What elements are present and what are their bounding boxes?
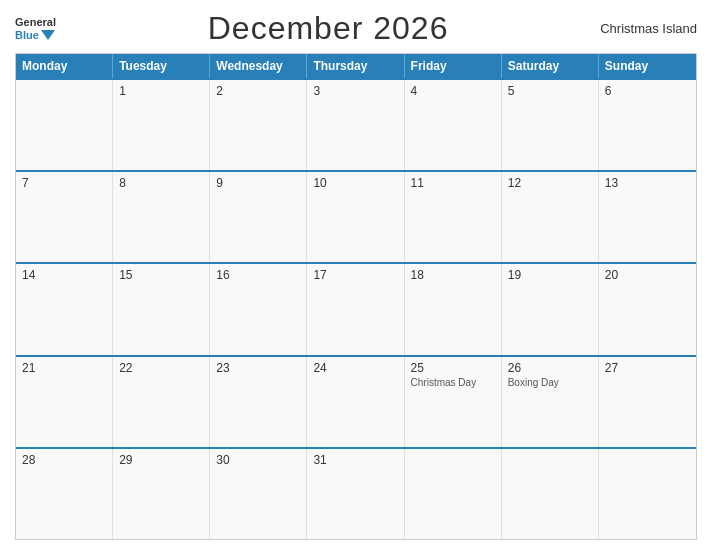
- region-label: Christmas Island: [600, 21, 697, 36]
- cal-cell-w4d4: 24: [307, 357, 404, 447]
- cal-cell-w3d6: 19: [502, 264, 599, 354]
- cal-cell-w5d7: [599, 449, 696, 539]
- cal-cell-w4d3: 23: [210, 357, 307, 447]
- cal-cell-w1d4: 3: [307, 80, 404, 170]
- cal-cell-w2d1: 7: [16, 172, 113, 262]
- cal-cell-w4d2: 22: [113, 357, 210, 447]
- cal-cell-w3d4: 17: [307, 264, 404, 354]
- cal-cell-w1d1: [16, 80, 113, 170]
- cal-cell-w3d1: 14: [16, 264, 113, 354]
- week-row-2: 7 8 9 10 11 12 13: [16, 170, 696, 262]
- calendar-page: General Blue December 2026 Christmas Isl…: [0, 0, 712, 550]
- cal-cell-w5d1: 28: [16, 449, 113, 539]
- calendar-header: Monday Tuesday Wednesday Thursday Friday…: [16, 54, 696, 78]
- cal-cell-w5d6: [502, 449, 599, 539]
- logo: General Blue: [15, 16, 56, 40]
- cal-cell-w4d7: 27: [599, 357, 696, 447]
- svg-marker-0: [41, 30, 55, 40]
- cal-cell-w3d3: 16: [210, 264, 307, 354]
- cal-cell-w1d2: 1: [113, 80, 210, 170]
- week-row-4: 21 22 23 24 25 Christmas Day 26 Boxing D…: [16, 355, 696, 447]
- header-wednesday: Wednesday: [210, 54, 307, 78]
- cal-cell-w1d5: 4: [405, 80, 502, 170]
- week-row-3: 14 15 16 17 18 19 20: [16, 262, 696, 354]
- header-tuesday: Tuesday: [113, 54, 210, 78]
- header: General Blue December 2026 Christmas Isl…: [15, 10, 697, 47]
- cal-cell-w2d5: 11: [405, 172, 502, 262]
- cal-cell-w5d4: 31: [307, 449, 404, 539]
- cal-cell-w5d2: 29: [113, 449, 210, 539]
- cal-cell-w2d2: 8: [113, 172, 210, 262]
- logo-triangle-icon: [41, 30, 55, 40]
- cal-cell-w1d6: 5: [502, 80, 599, 170]
- cal-cell-w2d4: 10: [307, 172, 404, 262]
- cal-cell-w5d5: [405, 449, 502, 539]
- cal-cell-w3d2: 15: [113, 264, 210, 354]
- cal-cell-w2d6: 12: [502, 172, 599, 262]
- week-row-5: 28 29 30 31: [16, 447, 696, 539]
- cal-cell-w1d7: 6: [599, 80, 696, 170]
- cal-cell-w4d6: 26 Boxing Day: [502, 357, 599, 447]
- header-monday: Monday: [16, 54, 113, 78]
- header-thursday: Thursday: [307, 54, 404, 78]
- cal-cell-w3d7: 20: [599, 264, 696, 354]
- cal-cell-w2d3: 9: [210, 172, 307, 262]
- cal-cell-w5d3: 30: [210, 449, 307, 539]
- cal-cell-w2d7: 13: [599, 172, 696, 262]
- header-friday: Friday: [405, 54, 502, 78]
- cal-cell-w4d1: 21: [16, 357, 113, 447]
- cal-cell-w4d5: 25 Christmas Day: [405, 357, 502, 447]
- month-title: December 2026: [208, 10, 449, 47]
- header-sunday: Sunday: [599, 54, 696, 78]
- week-row-1: 1 2 3 4 5 6: [16, 78, 696, 170]
- calendar: Monday Tuesday Wednesday Thursday Friday…: [15, 53, 697, 540]
- header-saturday: Saturday: [502, 54, 599, 78]
- calendar-body: 1 2 3 4 5 6 7 8 9 10 11 12 13 14 15 16: [16, 78, 696, 539]
- cal-cell-w1d3: 2: [210, 80, 307, 170]
- cal-cell-w3d5: 18: [405, 264, 502, 354]
